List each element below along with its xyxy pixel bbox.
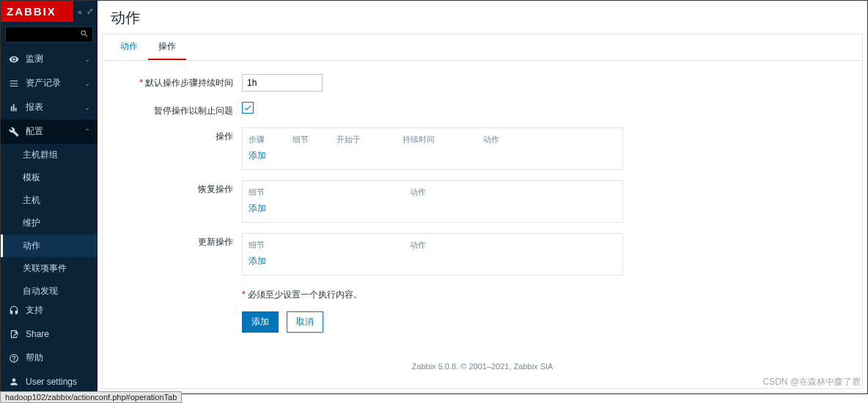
page-title: 动作: [111, 8, 854, 28]
operations-add-link[interactable]: 添加: [249, 150, 266, 160]
share-icon: [8, 328, 20, 340]
th-step: 步骤: [249, 134, 293, 145]
expand-icon[interactable]: ⤢: [87, 7, 93, 16]
update-label: 更新操作: [125, 233, 242, 248]
th-action: 动作: [483, 134, 542, 145]
sidebar-item-discovery[interactable]: 自动发现: [1, 280, 98, 298]
update-table: 细节 动作 添加: [242, 233, 623, 276]
chevron-down-icon: ⌄: [84, 103, 90, 111]
footer-copyright: Zabbix 5.0.8. © 2001–2021, Zabbix SIA: [103, 356, 862, 377]
cancel-button[interactable]: 取消: [287, 311, 323, 333]
validation-message: 必须至少设置一个执行内容。: [248, 289, 362, 300]
logo-row: ZABBIX « ⤢: [1, 1, 98, 22]
sidebar: ZABBIX « ⤢ 监测⌄ 资产记录⌄ 报表⌄: [1, 1, 98, 393]
recovery-table: 细节 动作 添加: [242, 180, 623, 223]
th-duration: 持续时间: [402, 134, 483, 145]
zabbix-logo[interactable]: ZABBIX: [1, 1, 73, 22]
sidebar-item-config[interactable]: 配置⌃: [1, 119, 98, 144]
th-action: 动作: [410, 187, 468, 198]
sidebar-item-usersettings[interactable]: User settings: [1, 370, 98, 393]
tab-action[interactable]: 动作: [110, 34, 148, 60]
question-icon: [8, 352, 20, 364]
sidebar-item-hostgroups[interactable]: 主机群组: [1, 144, 98, 166]
sidebar-item-maintenance[interactable]: 维护: [1, 212, 98, 234]
th-start: 开始于: [336, 134, 402, 145]
main-nav: 监测⌄ 资产记录⌄ 报表⌄ 配置⌃ 主机群组 模板 主机 维护 动作 关联项事件…: [1, 47, 98, 298]
operations-label: 操作: [125, 127, 242, 143]
pause-label: 暂停操作以制止问题: [125, 102, 242, 117]
th-detail: 细节: [249, 187, 410, 198]
wrench-icon: [8, 126, 20, 138]
sidebar-item-reports[interactable]: 报表⌄: [1, 95, 98, 119]
pause-checkbox[interactable]: [242, 102, 254, 114]
th-detail: 细节: [293, 134, 336, 145]
recovery-add-link[interactable]: 添加: [249, 203, 266, 213]
eye-icon: [8, 53, 20, 65]
chart-icon: [8, 102, 20, 114]
main-content: 动作 动作 操作 *默认操作步骤持续时间 暂停操作以制止问题 操: [98, 1, 867, 393]
sidebar-item-monitoring[interactable]: 监测⌄: [1, 47, 98, 71]
sidebar-item-inventory[interactable]: 资产记录⌄: [1, 71, 98, 95]
update-add-link[interactable]: 添加: [249, 256, 266, 266]
sidebar-item-templates[interactable]: 模板: [1, 166, 98, 189]
tab-operation[interactable]: 操作: [148, 34, 186, 60]
browser-status-bar: hadoop102/zabbix/actionconf.php#operatio…: [0, 391, 182, 403]
collapse-icon[interactable]: «: [78, 7, 82, 16]
tabs: 动作 操作: [103, 34, 862, 61]
sidebar-item-share[interactable]: Share: [1, 322, 98, 346]
th-action: 动作: [410, 240, 468, 251]
headset-icon: [8, 305, 20, 317]
user-icon: [8, 376, 20, 388]
th-detail: 细节: [249, 240, 410, 251]
default-duration-input[interactable]: [242, 74, 323, 92]
sidebar-item-help[interactable]: 帮助: [1, 346, 98, 370]
submit-button[interactable]: 添加: [242, 311, 279, 333]
default-duration-label: *默认操作步骤持续时间: [125, 74, 242, 89]
operations-table: 步骤 细节 开始于 持续时间 动作 添加: [242, 127, 623, 170]
chevron-down-icon: ⌄: [84, 55, 90, 63]
sidebar-item-hosts[interactable]: 主机: [1, 189, 98, 212]
csdn-watermark: CSDN @在森林中麋了鹿: [762, 376, 861, 388]
chevron-up-icon: ⌃: [84, 127, 90, 136]
chevron-down-icon: ⌄: [84, 79, 90, 87]
list-icon: [8, 78, 20, 89]
sidebar-item-correlation[interactable]: 关联项事件: [1, 257, 98, 280]
recovery-label: 恢复操作: [125, 180, 242, 196]
sidebar-item-support[interactable]: 支持: [1, 298, 98, 322]
sidebar-item-actions[interactable]: 动作: [1, 234, 98, 257]
search-icon[interactable]: [80, 29, 89, 38]
